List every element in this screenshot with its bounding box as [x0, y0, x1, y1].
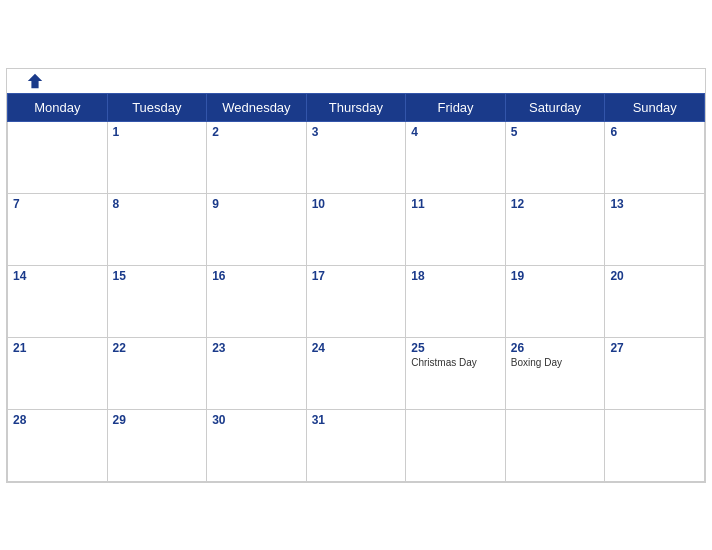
- weekday-header-saturday: Saturday: [505, 93, 605, 121]
- day-number: 9: [212, 197, 301, 211]
- day-cell: [505, 409, 605, 481]
- day-cell: 5: [505, 121, 605, 193]
- svg-marker-0: [28, 73, 42, 87]
- day-cell: [8, 121, 108, 193]
- day-cell: 21: [8, 337, 108, 409]
- day-number: 10: [312, 197, 401, 211]
- week-row-4: 2122232425Christmas Day26Boxing Day27: [8, 337, 705, 409]
- day-number: 29: [113, 413, 202, 427]
- day-cell: 8: [107, 193, 207, 265]
- weekday-header-sunday: Sunday: [605, 93, 705, 121]
- day-number: 6: [610, 125, 699, 139]
- day-number: 19: [511, 269, 600, 283]
- calendar-table: MondayTuesdayWednesdayThursdayFridaySatu…: [7, 93, 705, 482]
- day-number: 15: [113, 269, 202, 283]
- day-cell: 12: [505, 193, 605, 265]
- calendar: MondayTuesdayWednesdayThursdayFridaySatu…: [6, 68, 706, 483]
- day-number: 21: [13, 341, 102, 355]
- holiday-name: Boxing Day: [511, 357, 600, 368]
- day-cell: 4: [406, 121, 506, 193]
- day-number: 5: [511, 125, 600, 139]
- day-number: 25: [411, 341, 500, 355]
- week-row-2: 78910111213: [8, 193, 705, 265]
- day-number: 18: [411, 269, 500, 283]
- day-cell: 28: [8, 409, 108, 481]
- day-cell: 31: [306, 409, 406, 481]
- day-cell: 14: [8, 265, 108, 337]
- day-cell: 19: [505, 265, 605, 337]
- day-number: 1: [113, 125, 202, 139]
- week-row-3: 14151617181920: [8, 265, 705, 337]
- day-number: 27: [610, 341, 699, 355]
- day-number: 28: [13, 413, 102, 427]
- day-cell: 7: [8, 193, 108, 265]
- day-number: 8: [113, 197, 202, 211]
- weekday-header-monday: Monday: [8, 93, 108, 121]
- logo: [23, 72, 44, 90]
- day-number: 23: [212, 341, 301, 355]
- day-number: 2: [212, 125, 301, 139]
- day-cell: 15: [107, 265, 207, 337]
- weekday-header-thursday: Thursday: [306, 93, 406, 121]
- day-cell: 1: [107, 121, 207, 193]
- day-cell: 22: [107, 337, 207, 409]
- day-number: 20: [610, 269, 699, 283]
- holiday-name: Christmas Day: [411, 357, 500, 368]
- day-cell: 27: [605, 337, 705, 409]
- day-number: 16: [212, 269, 301, 283]
- day-number: 11: [411, 197, 500, 211]
- day-cell: 24: [306, 337, 406, 409]
- day-cell: 11: [406, 193, 506, 265]
- day-number: 31: [312, 413, 401, 427]
- day-cell: 10: [306, 193, 406, 265]
- day-cell: 29: [107, 409, 207, 481]
- day-cell: 17: [306, 265, 406, 337]
- day-number: 30: [212, 413, 301, 427]
- day-cell: 16: [207, 265, 307, 337]
- day-cell: 6: [605, 121, 705, 193]
- weekday-header-row: MondayTuesdayWednesdayThursdayFridaySatu…: [8, 93, 705, 121]
- day-cell: 26Boxing Day: [505, 337, 605, 409]
- calendar-header: [7, 69, 705, 93]
- day-cell: 9: [207, 193, 307, 265]
- day-cell: 3: [306, 121, 406, 193]
- weekday-header-wednesday: Wednesday: [207, 93, 307, 121]
- day-cell: 2: [207, 121, 307, 193]
- day-number: 24: [312, 341, 401, 355]
- day-cell: 13: [605, 193, 705, 265]
- day-cell: [605, 409, 705, 481]
- day-cell: 18: [406, 265, 506, 337]
- weekday-header-tuesday: Tuesday: [107, 93, 207, 121]
- day-number: 12: [511, 197, 600, 211]
- day-number: 13: [610, 197, 699, 211]
- week-row-1: 123456: [8, 121, 705, 193]
- logo-icon: [26, 72, 44, 90]
- day-number: 22: [113, 341, 202, 355]
- day-cell: 25Christmas Day: [406, 337, 506, 409]
- day-number: 26: [511, 341, 600, 355]
- weekday-header-friday: Friday: [406, 93, 506, 121]
- day-number: 3: [312, 125, 401, 139]
- day-cell: 30: [207, 409, 307, 481]
- day-number: 14: [13, 269, 102, 283]
- day-number: 7: [13, 197, 102, 211]
- day-cell: 23: [207, 337, 307, 409]
- day-number: 17: [312, 269, 401, 283]
- day-number: 4: [411, 125, 500, 139]
- day-cell: [406, 409, 506, 481]
- week-row-5: 28293031: [8, 409, 705, 481]
- day-cell: 20: [605, 265, 705, 337]
